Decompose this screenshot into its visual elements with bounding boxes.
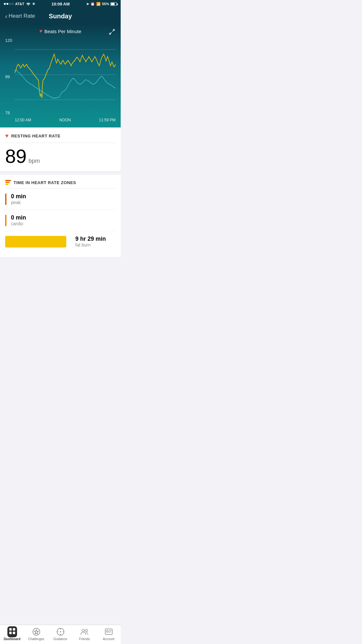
- carrier-label: AT&T: [15, 2, 24, 6]
- zone-peak-indicator: [5, 193, 6, 205]
- wifi-icon: [26, 2, 31, 6]
- x-label-end: 11:59 PM: [99, 118, 116, 122]
- zones-section: TIME IN HEART RATE ZONES 0 min peak 0 mi…: [0, 175, 121, 257]
- zone-fatburn-bar: [5, 236, 66, 247]
- zones-section-header: TIME IN HEART RATE ZONES: [5, 180, 116, 189]
- bluetooth-icon: 📶: [96, 2, 101, 6]
- zones-icon: [5, 180, 11, 185]
- signal-dot-3: [9, 3, 11, 5]
- zone-cardio-time: 0 min: [11, 214, 26, 221]
- chart-container: ♥ Beats Per Minute 120 99 78 12: [0, 24, 121, 127]
- zones-icon-bar-1: [5, 180, 11, 181]
- status-bar: AT&T ✳ 10:09 AM ➤ ⏰ 📶 55%: [0, 0, 121, 8]
- signal-dot-2: [6, 3, 8, 5]
- resting-heart-rate-section: ♥ RESTING HEART RATE 89 bpm: [0, 127, 121, 172]
- resting-bpm-unit: bpm: [29, 158, 40, 164]
- zone-fatburn-row: 9 hr 29 min fat burn: [5, 236, 116, 247]
- zones-section-title: TIME IN HEART RATE ZONES: [14, 180, 76, 185]
- chart-svg-wrapper: [15, 38, 116, 115]
- y-label-120: 120: [5, 38, 15, 43]
- status-time: 10:09 AM: [51, 2, 70, 6]
- chart-y-labels: 120 99 78: [5, 38, 15, 115]
- signal-dot-1: [4, 3, 6, 5]
- expand-icon[interactable]: [108, 28, 116, 37]
- status-right: ➤ ⏰ 📶 55%: [86, 2, 117, 6]
- back-label: Heart Rate: [9, 13, 35, 19]
- signal-dot-4: [12, 3, 14, 5]
- heart-rate-chart: [15, 38, 116, 115]
- resting-section-header: ♥ RESTING HEART RATE: [5, 133, 116, 143]
- activity-icon: ✳: [32, 2, 35, 6]
- heart-icon: ♥: [39, 28, 42, 34]
- zones-icon-bar-2: [5, 182, 10, 183]
- zone-peak-name: peak: [11, 200, 26, 205]
- bottom-spacer: [0, 257, 121, 280]
- back-button[interactable]: ‹ Heart Rate: [5, 13, 35, 20]
- zone-item-fatburn[interactable]: 9 hr 29 min fat burn: [5, 231, 116, 252]
- y-label-78: 78: [5, 110, 15, 115]
- zone-peak-info: 0 min peak: [11, 193, 26, 205]
- x-label-start: 12:00 AM: [15, 118, 31, 122]
- zone-fatburn-time: 9 hr 29 min: [75, 236, 106, 242]
- zone-fatburn-info: 9 hr 29 min fat burn: [75, 236, 106, 247]
- zone-item-cardio[interactable]: 0 min cardio: [5, 210, 116, 231]
- header: ‹ Heart Rate Sunday: [0, 8, 121, 24]
- zone-fatburn-name: fat burn: [75, 242, 106, 247]
- x-label-noon: NOON: [59, 118, 71, 122]
- resting-value: 89 bpm: [5, 147, 116, 166]
- battery-percent: 55%: [102, 2, 109, 6]
- page-title: Sunday: [49, 13, 72, 20]
- chart-area: 120 99 78: [5, 38, 116, 115]
- signal-dots: [4, 3, 14, 5]
- battery-icon: [110, 2, 117, 6]
- resting-section-title: RESTING HEART RATE: [11, 134, 60, 138]
- location-icon: ➤: [86, 2, 89, 6]
- chart-x-labels: 12:00 AM NOON 11:59 PM: [5, 118, 116, 122]
- zone-cardio-indicator: [5, 215, 6, 226]
- zone-cardio-info: 0 min cardio: [11, 214, 26, 226]
- resting-heart-icon: ♥: [5, 133, 9, 139]
- back-chevron-icon: ‹: [5, 13, 7, 20]
- zone-peak-time: 0 min: [11, 193, 26, 200]
- y-label-99: 99: [5, 74, 15, 79]
- status-left: AT&T ✳: [4, 2, 35, 6]
- zones-icon-bar-3: [5, 184, 8, 185]
- chart-legend-text: Beats Per Minute: [44, 29, 81, 34]
- chart-legend: ♥ Beats Per Minute: [5, 28, 116, 34]
- alarm-icon: ⏰: [90, 2, 95, 6]
- zone-cardio-name: cardio: [11, 221, 26, 226]
- zone-item-peak[interactable]: 0 min peak: [5, 189, 116, 210]
- resting-bpm-number: 89: [5, 147, 27, 166]
